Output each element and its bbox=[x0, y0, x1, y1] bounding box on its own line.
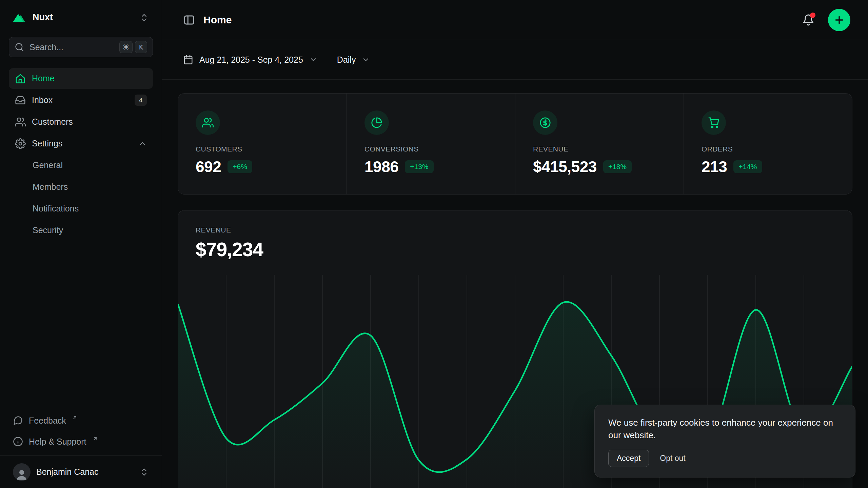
stat-delta-badge: +13% bbox=[405, 160, 433, 173]
page-title: Home bbox=[203, 14, 232, 26]
sidebar-item-home[interactable]: Home bbox=[9, 68, 153, 89]
granularity-select[interactable]: Daily bbox=[337, 55, 370, 65]
stats-grid: CUSTOMERS 692 +6% CONVERSIONS 1986 +13% bbox=[178, 93, 852, 195]
sidebar-item-notifications[interactable]: Notifications bbox=[9, 198, 153, 219]
dashboard-app: Nuxt Search... ⌘ K Home bbox=[0, 0, 868, 488]
message-bubble-icon bbox=[13, 415, 23, 426]
sidebar-item-label: Home bbox=[32, 74, 55, 83]
revenue-chart-label: REVENUE bbox=[196, 226, 834, 234]
pie-chart-icon bbox=[364, 110, 389, 135]
collapse-sidebar-icon[interactable] bbox=[183, 14, 195, 26]
kbd-key: K bbox=[135, 41, 147, 53]
sidebar-item-label: Inbox bbox=[32, 95, 53, 105]
sidebar-item-inbox[interactable]: Inbox 4 bbox=[9, 90, 153, 110]
sub-item-label: Notifications bbox=[33, 204, 79, 214]
filter-toolbar: Aug 21, 2025 - Sep 4, 2025 Daily bbox=[162, 40, 868, 80]
sidebar: Nuxt Search... ⌘ K Home bbox=[0, 0, 162, 488]
date-range-picker[interactable]: Aug 21, 2025 - Sep 4, 2025 bbox=[183, 55, 317, 65]
chevrons-up-down-icon bbox=[139, 13, 149, 22]
user-name: Benjamin Canac bbox=[36, 467, 98, 477]
help-support-label: Help & Support bbox=[29, 437, 86, 447]
sidebar-item-settings[interactable]: Settings bbox=[9, 133, 153, 154]
stat-value: $415,523 bbox=[533, 158, 597, 176]
cookie-banner: We use first-party cookies to enhance yo… bbox=[594, 405, 855, 477]
workspace-name: Nuxt bbox=[33, 12, 53, 23]
sub-item-label: General bbox=[33, 160, 63, 170]
stat-delta-badge: +6% bbox=[228, 160, 252, 173]
sidebar-nav: Home Inbox 4 Customers Settings bbox=[9, 68, 153, 241]
help-support-link[interactable]: Help & Support bbox=[9, 431, 153, 452]
cookie-optout-button[interactable]: Opt out bbox=[654, 450, 691, 467]
cookie-message: We use first-party cookies to enhance yo… bbox=[608, 416, 842, 442]
circle-dollar-icon bbox=[533, 110, 557, 135]
date-range-value: Aug 21, 2025 - Sep 4, 2025 bbox=[199, 55, 303, 65]
search-icon bbox=[15, 42, 24, 52]
search-input[interactable]: Search... ⌘ K bbox=[9, 37, 153, 57]
search-placeholder: Search... bbox=[29, 42, 63, 52]
stat-label: CUSTOMERS bbox=[196, 145, 329, 153]
external-link-icon bbox=[72, 415, 78, 421]
plus-icon bbox=[833, 14, 845, 26]
calendar-icon bbox=[183, 55, 193, 65]
user-menu[interactable]: Benjamin Canac bbox=[0, 455, 162, 488]
shopping-cart-icon bbox=[702, 110, 726, 135]
stat-delta-badge: +18% bbox=[603, 160, 632, 173]
sidebar-item-general[interactable]: General bbox=[9, 155, 153, 176]
title-group: Home bbox=[183, 14, 232, 26]
notifications-button[interactable] bbox=[802, 14, 814, 26]
sub-item-label: Members bbox=[33, 182, 68, 192]
revenue-chart-value: $79,234 bbox=[196, 238, 834, 261]
stat-label: CONVERSIONS bbox=[364, 145, 497, 153]
users-icon bbox=[15, 117, 26, 127]
stat-delta-badge: +14% bbox=[733, 160, 762, 173]
inbox-count-badge: 4 bbox=[135, 95, 147, 106]
stat-label: ORDERS bbox=[702, 145, 834, 153]
kbd-meta: ⌘ bbox=[119, 41, 133, 53]
feedback-label: Feedback bbox=[29, 416, 66, 426]
search-shortcut: ⌘ K bbox=[119, 41, 147, 53]
external-link-icon bbox=[92, 436, 98, 442]
stat-card-conversions[interactable]: CONVERSIONS 1986 +13% bbox=[347, 94, 515, 194]
stat-card-orders[interactable]: ORDERS 213 +14% bbox=[684, 94, 852, 194]
avatar bbox=[13, 463, 31, 481]
chevron-down-icon bbox=[309, 56, 317, 64]
chevrons-up-down-icon bbox=[139, 467, 149, 477]
info-circle-icon bbox=[13, 436, 23, 447]
sidebar-item-customers[interactable]: Customers bbox=[9, 111, 153, 132]
chevron-down-icon bbox=[362, 56, 370, 64]
granularity-value: Daily bbox=[337, 55, 356, 65]
nuxt-logo-icon bbox=[13, 13, 26, 22]
sidebar-item-members[interactable]: Members bbox=[9, 177, 153, 197]
stat-value: 1986 bbox=[364, 158, 398, 176]
sidebar-item-security[interactable]: Security bbox=[9, 220, 153, 241]
home-icon bbox=[15, 73, 26, 84]
chevron-up-icon bbox=[138, 139, 147, 148]
header-actions bbox=[802, 9, 850, 31]
sidebar-footer: Feedback Help & Support Benjamin Canac bbox=[9, 410, 153, 488]
gear-icon bbox=[15, 138, 26, 149]
sidebar-item-label: Customers bbox=[32, 117, 73, 127]
stat-value: 692 bbox=[196, 158, 221, 176]
feedback-link[interactable]: Feedback bbox=[9, 410, 153, 431]
workspace-switcher[interactable]: Nuxt bbox=[9, 9, 153, 26]
stat-value: 213 bbox=[702, 158, 727, 176]
users-icon bbox=[196, 110, 220, 135]
add-button[interactable] bbox=[828, 9, 850, 31]
notification-dot bbox=[810, 13, 815, 18]
cookie-accept-button[interactable]: Accept bbox=[608, 450, 649, 467]
page-header: Home bbox=[162, 0, 868, 40]
sub-item-label: Security bbox=[33, 225, 63, 235]
stat-label: REVENUE bbox=[533, 145, 666, 153]
stat-card-customers[interactable]: CUSTOMERS 692 +6% bbox=[178, 94, 347, 194]
inbox-icon bbox=[15, 95, 26, 106]
sidebar-item-label: Settings bbox=[32, 139, 62, 148]
stat-card-revenue[interactable]: REVENUE $415,523 +18% bbox=[515, 94, 684, 194]
